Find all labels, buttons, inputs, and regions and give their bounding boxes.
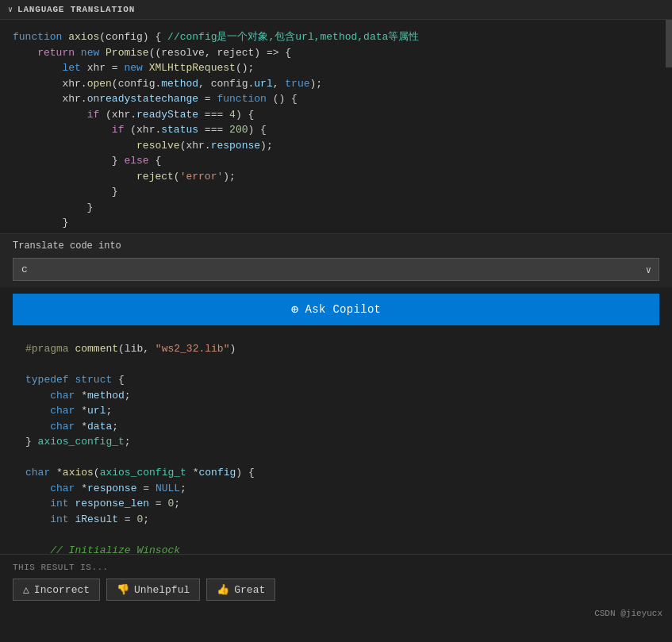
language-dropdown-container: c C++ Python Java JavaScript Go Rust ∨ xyxy=(0,255,672,287)
incorrect-button[interactable]: △ Incorrect xyxy=(13,579,100,601)
panel-title: LANGUAGE TRANSLATION xyxy=(17,5,135,14)
footer: CSDN @jieyucx xyxy=(0,605,672,621)
translate-label: Translate code into xyxy=(0,234,672,255)
source-code-block: function axios(config) { //config是一个对象,包… xyxy=(0,20,672,234)
scrollbar-track[interactable] xyxy=(666,20,672,233)
feedback-section: THIS RESULT IS... △ Incorrect 👎 Unhelpfu… xyxy=(0,554,672,605)
feedback-buttons: △ Incorrect 👎 Unhelpful 👍 Great xyxy=(13,579,659,601)
panel-header: ∨ LANGUAGE TRANSLATION xyxy=(0,0,672,20)
output-code-block: #pragma comment(lib, "ws2_32.lib") typed… xyxy=(13,332,659,554)
unhelpful-icon: 👎 xyxy=(117,583,129,596)
incorrect-icon: △ xyxy=(23,583,29,596)
great-icon: 👍 xyxy=(217,583,229,596)
output-code-pre: #pragma comment(lib, "ws2_32.lib") typed… xyxy=(25,341,647,554)
source-code-pre: function axios(config) { //config是一个对象,包… xyxy=(13,29,659,234)
great-button[interactable]: 👍 Great xyxy=(206,579,275,601)
unhelpful-label: Unhelpful xyxy=(134,584,190,596)
footer-text: CSDN @jieyucx xyxy=(594,609,662,618)
chevron-icon: ∨ xyxy=(8,5,13,14)
ask-copilot-label: Ask Copilot xyxy=(305,303,382,316)
translate-label-text: Translate code into xyxy=(13,240,121,252)
incorrect-label: Incorrect xyxy=(34,584,90,596)
language-select[interactable]: c C++ Python Java JavaScript Go Rust xyxy=(13,258,659,281)
great-label: Great xyxy=(234,584,265,596)
scrollbar-thumb[interactable] xyxy=(666,20,672,67)
dropdown-wrapper[interactable]: c C++ Python Java JavaScript Go Rust ∨ xyxy=(13,258,659,281)
ask-copilot-button[interactable]: ⊕ Ask Copilot xyxy=(13,294,659,325)
feedback-label: THIS RESULT IS... xyxy=(13,563,659,572)
copilot-icon: ⊕ xyxy=(291,302,299,317)
unhelpful-button[interactable]: 👎 Unhelpful xyxy=(106,579,200,601)
